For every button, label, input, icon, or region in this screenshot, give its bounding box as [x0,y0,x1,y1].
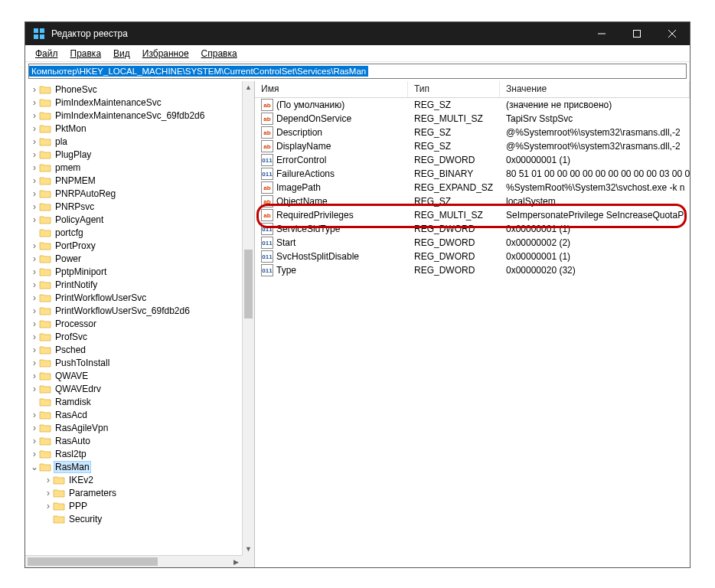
value-row[interactable]: abObjectNameREG_SZlocalSystem [255,194,690,208]
tree-item-security[interactable]: Security [25,512,242,525]
tree-item-rasman[interactable]: ⌄RasMan [25,460,242,473]
tree-item-pnrpautoreg[interactable]: ›PNRPAutoReg [25,187,242,200]
chevron-right-icon[interactable]: › [30,371,39,381]
menu-help[interactable]: Справка [196,47,243,60]
tree-item-rasagilevpn[interactable]: ›RasAgileVpn [25,421,242,434]
value-row[interactable]: 011FailureActionsREG_BINARY80 51 01 00 0… [255,167,690,181]
chevron-right-icon[interactable]: › [30,136,39,147]
tree-item-rasacd[interactable]: ›RasAcd [25,408,242,421]
menu-file[interactable]: Файл [30,47,64,60]
tree-item-printworkflowusersvc[interactable]: ›PrintWorkflowUserSvc [25,291,242,304]
tree-item-processor[interactable]: ›Processor [25,317,242,330]
column-type[interactable]: Тип [408,81,500,97]
scroll-down-icon[interactable]: ▼ [243,543,254,555]
chevron-right-icon[interactable]: › [30,305,39,316]
scroll-up-icon[interactable]: ▲ [243,81,254,93]
tree-item-ppp[interactable]: ›PPP [25,499,242,512]
chevron-right-icon[interactable]: › [30,436,39,446]
menu-edit[interactable]: Правка [65,47,107,60]
chevron-right-icon[interactable]: › [44,501,53,511]
tree-item-profsvc[interactable]: ›ProfSvc [25,330,242,343]
chevron-right-icon[interactable]: › [44,475,53,485]
tree-item-power[interactable]: ›Power [25,252,242,265]
tree-item-pla[interactable]: ›pla [25,135,242,148]
tree-item-pushtoinstall[interactable]: ›PushToInstall [25,356,242,369]
tree-item-ramdisk[interactable]: Ramdisk [25,395,242,408]
tree-item-pnpmem[interactable]: ›PNPMEM [25,174,242,187]
tree-item-parameters[interactable]: ›Parameters [25,486,242,499]
chevron-right-icon[interactable]: › [30,358,39,368]
tree-scroll[interactable]: ›PhoneSvc›PimIndexMaintenanceSvc›PimInde… [25,81,242,555]
value-row[interactable]: 011ServiceSidTypeREG_DWORD0x00000001 (1) [255,222,690,236]
close-button[interactable] [655,22,690,45]
tree-item-plugplay[interactable]: ›PlugPlay [25,148,242,161]
tree-item-portproxy[interactable]: ›PortProxy [25,239,242,252]
tree-item-ikev2[interactable]: ›IKEv2 [25,473,242,486]
tree-item-pimindexmaintenancesvc_69fdb2d6[interactable]: ›PimIndexMaintenanceSvc_69fdb2d6 [25,109,242,122]
tree-item-qwave[interactable]: ›QWAVE [25,369,242,382]
chevron-right-icon[interactable]: › [30,318,39,329]
chevron-right-icon[interactable]: › [30,84,39,95]
tree-item-policyagent[interactable]: ›PolicyAgent [25,213,242,226]
tree-item-rasl2tp[interactable]: ›Rasl2tp [25,447,242,460]
value-row[interactable]: 011ErrorControlREG_DWORD0x00000001 (1) [255,153,690,167]
chevron-right-icon[interactable]: › [30,123,39,134]
tree-item-pptpminiport[interactable]: ›PptpMiniport [25,265,242,278]
chevron-right-icon[interactable]: › [30,410,39,420]
scroll-right-icon[interactable]: ▶ [230,556,242,567]
value-row[interactable]: abDisplayNameREG_SZ@%Systemroot%\system3… [255,139,690,153]
values-list[interactable]: ab(По умолчанию)REG_SZ(значение не присв… [255,98,690,567]
tree-item-pmem[interactable]: ›pmem [25,161,242,174]
chevron-right-icon[interactable]: › [30,175,39,186]
chevron-right-icon[interactable]: › [30,188,39,199]
value-row[interactable]: 011TypeREG_DWORD0x00000020 (32) [255,263,690,277]
menu-favorites[interactable]: Избранное [137,47,194,60]
menu-view[interactable]: Вид [108,47,135,60]
minimize-button[interactable] [584,22,619,45]
column-name[interactable]: Имя [255,81,408,97]
chevron-right-icon[interactable]: › [30,97,39,108]
scroll-thumb-h[interactable] [28,557,158,566]
chevron-right-icon[interactable]: › [30,149,39,160]
maximize-button[interactable] [619,22,655,45]
value-row[interactable]: abDescriptionREG_SZ@%Systemroot%\system3… [255,126,690,139]
titlebar[interactable]: Редактор реестра [25,22,690,45]
tree-scrollbar-vertical[interactable]: ▲ ▼ [242,81,254,555]
tree-item-printworkflowusersvc_69fdb2d6[interactable]: ›PrintWorkflowUserSvc_69fdb2d6 [25,304,242,317]
value-row[interactable]: abDependOnServiceREG_MULTI_SZTapiSrv Sst… [255,112,690,126]
chevron-right-icon[interactable]: › [30,253,39,264]
scroll-thumb[interactable] [244,250,253,318]
chevron-right-icon[interactable]: › [30,279,39,290]
tree-item-printnotify[interactable]: ›PrintNotify [25,278,242,291]
tree-item-qwavedrv[interactable]: ›QWAVEdrv [25,382,242,395]
chevron-down-icon[interactable]: ⌄ [30,462,39,472]
tree-item-pktmon[interactable]: ›PktMon [25,122,242,135]
tree-item-phonesvc[interactable]: ›PhoneSvc [25,83,242,96]
chevron-right-icon[interactable]: › [30,449,39,459]
tree-item-psched[interactable]: ›Psched [25,343,242,356]
chevron-right-icon[interactable]: › [30,384,39,394]
column-value[interactable]: Значение [500,81,690,97]
value-row[interactable]: abRequiredPrivilegesREG_MULTI_SZSeImpers… [255,208,690,222]
value-row[interactable]: abImagePathREG_EXPAND_SZ%SystemRoot%\Sys… [255,181,690,194]
chevron-right-icon[interactable]: › [30,423,39,433]
chevron-right-icon[interactable]: › [30,345,39,355]
chevron-right-icon[interactable]: › [30,110,39,121]
chevron-right-icon[interactable]: › [30,162,39,173]
address-bar[interactable]: Компьютер\HKEY_LOCAL_MACHINE\SYSTEM\Curr… [28,64,687,79]
value-row[interactable]: 011SvcHostSplitDisableREG_DWORD0x0000000… [255,250,690,263]
tree-scrollbar-horizontal[interactable]: ◀ ▶ [25,555,242,567]
chevron-right-icon[interactable]: › [30,266,39,277]
chevron-right-icon[interactable]: › [30,201,39,212]
chevron-right-icon[interactable]: › [30,214,39,225]
chevron-right-icon[interactable]: › [30,332,39,342]
chevron-right-icon[interactable]: › [30,240,39,251]
chevron-right-icon[interactable]: › [44,488,53,498]
tree-item-portcfg[interactable]: portcfg [25,226,242,239]
value-row[interactable]: ab(По умолчанию)REG_SZ(значение не присв… [255,98,690,112]
tree-item-pnrpsvc[interactable]: ›PNRPsvc [25,200,242,213]
tree-item-pimindexmaintenancesvc[interactable]: ›PimIndexMaintenanceSvc [25,96,242,109]
tree-item-rasauto[interactable]: ›RasAuto [25,434,242,447]
chevron-right-icon[interactable]: › [30,292,39,303]
value-row[interactable]: 011StartREG_DWORD0x00000002 (2) [255,236,690,250]
